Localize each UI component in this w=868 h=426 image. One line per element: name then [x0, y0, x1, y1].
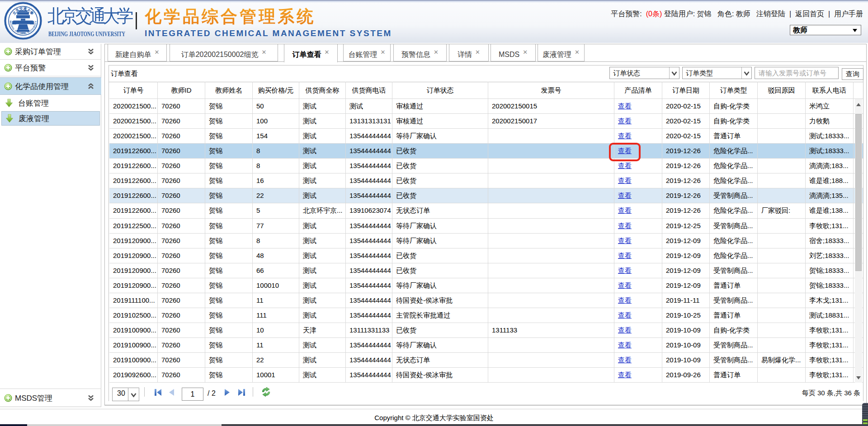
- svg-text:1896: 1896: [21, 32, 26, 34]
